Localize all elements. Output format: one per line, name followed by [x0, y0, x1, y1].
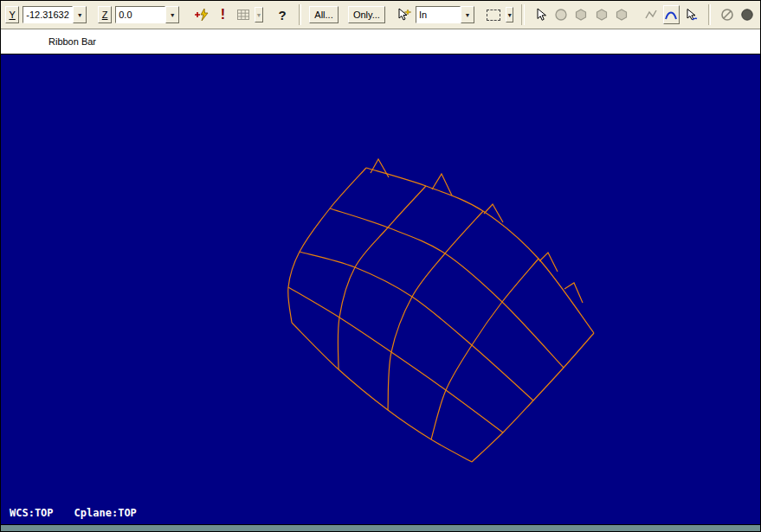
polygon-select-disabled-icon-2	[593, 5, 609, 24]
cursor-highlight-icon[interactable]	[395, 5, 412, 24]
marquee-dropdown-icon[interactable]: ▼	[506, 7, 513, 22]
vector-select-disabled-icon	[642, 5, 659, 24]
ribbon-toolbar: Y ▼ Z ▼ ! ▼	[1, 1, 760, 29]
y-dropdown-arrow-icon[interactable]: ▼	[73, 6, 87, 23]
z-axis-button[interactable]: Z	[98, 6, 112, 23]
curve-select-icon[interactable]	[663, 5, 680, 24]
sketch-select-icon[interactable]	[683, 5, 700, 24]
z-value-combo: ▼	[115, 6, 179, 23]
polygon-select-disabled-icon-1	[573, 5, 590, 24]
bottom-strip	[1, 525, 760, 532]
exclamation-icon[interactable]: !	[215, 5, 231, 24]
in-selection-combo: ▼	[416, 6, 474, 23]
select-all-button[interactable]: All...	[309, 6, 338, 23]
help-icon[interactable]: ?	[274, 5, 290, 24]
surface-grid-disabled-icon	[235, 5, 251, 24]
y-axis-button[interactable]: Y	[5, 6, 19, 23]
toolbar-separator	[708, 4, 712, 25]
ribbon-bar-label: Ribbon Bar	[48, 36, 96, 47]
cplane-label: Cplane:TOP	[74, 507, 137, 519]
circle-select-disabled-icon	[552, 5, 569, 24]
viewport[interactable]: WCS:TOP Cplane:TOP	[1, 54, 760, 525]
wcs-label: WCS:TOP	[10, 507, 54, 519]
wireframe-svg	[1, 54, 760, 524]
apply-icon[interactable]	[192, 5, 211, 24]
status-readout: WCS:TOP Cplane:TOP	[10, 507, 137, 519]
apply-bolt-icon	[193, 8, 210, 22]
in-selection-input[interactable]	[416, 6, 461, 23]
polygon-select-disabled-icon-3	[614, 5, 630, 24]
select-only-button[interactable]: Only...	[348, 6, 385, 23]
y-value-combo: ▼	[23, 6, 87, 23]
in-dropdown-arrow-icon[interactable]: ▼	[461, 6, 474, 23]
y-value-input[interactable]	[23, 6, 73, 23]
filled-circle-icon[interactable]	[739, 5, 756, 24]
z-dropdown-arrow-icon[interactable]: ▼	[165, 6, 179, 23]
prompt-strip: Ribbon Bar	[1, 29, 760, 54]
app-window: Y ▼ Z ▼ ! ▼	[0, 0, 761, 532]
surface-grid-dropdown-icon: ▼	[255, 7, 262, 22]
prohibit-icon[interactable]	[719, 5, 735, 24]
marquee-select-icon[interactable]	[486, 5, 502, 24]
z-value-input[interactable]	[115, 6, 165, 23]
toolbar-separator	[521, 4, 525, 25]
select-cursor-icon[interactable]	[532, 5, 549, 24]
toolbar-separator	[299, 4, 302, 25]
